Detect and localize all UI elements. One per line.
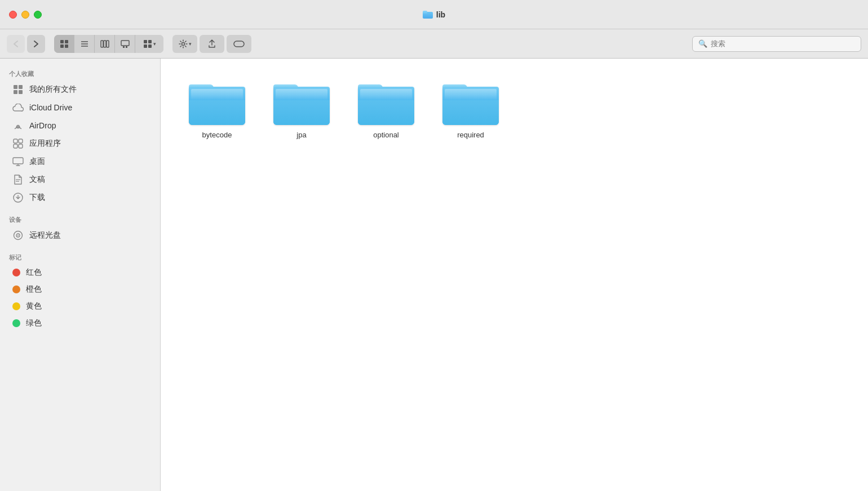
- all-files-label: 我的所有文件: [29, 84, 77, 95]
- svg-rect-25: [19, 139, 23, 143]
- window-title-text: lib: [436, 10, 445, 19]
- green-tag-dot: [12, 319, 20, 327]
- nav-buttons: [7, 35, 45, 53]
- folder-icon: [358, 80, 414, 125]
- sidebar-item-tag-yellow[interactable]: 黄色: [3, 298, 157, 315]
- downloads-label: 下载: [29, 193, 45, 203]
- folder-item-bytecode[interactable]: bytecode: [183, 75, 251, 144]
- svg-rect-12: [126, 46, 127, 48]
- sidebar-item-desktop[interactable]: 桌面: [3, 153, 157, 171]
- svg-rect-9: [107, 41, 109, 47]
- view-group-button[interactable]: [135, 35, 163, 53]
- gear-icon: [179, 39, 188, 48]
- sidebar-item-tag-red[interactable]: 红色: [3, 264, 157, 281]
- columns-view-icon: [100, 39, 109, 48]
- share-icon: [207, 39, 216, 48]
- tag-button[interactable]: [227, 35, 251, 53]
- search-input[interactable]: [711, 39, 855, 48]
- airdrop-icon: [12, 120, 24, 131]
- svg-rect-7: [101, 41, 103, 47]
- orange-tag-dot: [12, 285, 20, 293]
- devices-section-label: 设备: [0, 211, 160, 226]
- svg-rect-18: [234, 41, 244, 47]
- svg-rect-15: [144, 44, 147, 48]
- applications-label: 应用程序: [29, 139, 61, 149]
- sidebar-item-icloud[interactable]: iCloud Drive: [3, 99, 157, 117]
- yellow-tag-dot: [12, 302, 20, 310]
- view-columns-button[interactable]: [95, 35, 115, 53]
- list-view-icon: [80, 39, 89, 48]
- svg-rect-0: [60, 40, 64, 43]
- sidebar-item-tag-orange[interactable]: 橙色: [3, 281, 157, 298]
- group-view-icon: [143, 39, 152, 48]
- svg-rect-16: [148, 44, 152, 48]
- back-icon: [13, 40, 19, 48]
- svg-rect-27: [19, 144, 23, 148]
- gear-button[interactable]: [172, 35, 197, 53]
- svg-rect-28: [13, 158, 23, 164]
- sidebar-item-remote-disk[interactable]: 远程光盘: [3, 226, 157, 244]
- svg-rect-14: [148, 40, 152, 43]
- svg-point-17: [181, 42, 184, 45]
- icloud-label: iCloud Drive: [29, 103, 72, 112]
- documents-label: 文稿: [29, 175, 45, 185]
- folder-item-optional[interactable]: optional: [352, 75, 420, 144]
- folder-name: jpa: [296, 131, 306, 139]
- search-bar[interactable]: 🔍: [692, 36, 861, 52]
- view-icon-button[interactable]: [54, 35, 74, 53]
- back-button[interactable]: [7, 35, 25, 53]
- view-toggle-group: [54, 35, 163, 53]
- airdrop-label: AirDrop: [29, 121, 56, 130]
- sidebar-item-downloads[interactable]: 下载: [3, 189, 157, 207]
- folder-icon: [273, 80, 330, 125]
- svg-rect-3: [65, 44, 68, 48]
- desktop-icon: [12, 156, 24, 167]
- svg-rect-11: [123, 46, 125, 48]
- sidebar-item-applications[interactable]: 应用程序: [3, 135, 157, 153]
- remote-disk-label: 远程光盘: [29, 230, 61, 240]
- downloads-icon: [12, 192, 24, 203]
- icloud-icon: [12, 102, 24, 113]
- sidebar-item-all-files[interactable]: 我的所有文件: [3, 81, 157, 99]
- folder-name: required: [457, 131, 484, 139]
- view-cover-button[interactable]: [115, 35, 135, 53]
- red-tag-dot: [12, 269, 20, 276]
- sidebar-item-documents[interactable]: 文稿: [3, 171, 157, 189]
- forward-button[interactable]: [27, 35, 45, 53]
- yellow-tag-label: 黄色: [26, 301, 42, 311]
- folder-name: optional: [373, 131, 399, 139]
- main-layout: 个人收藏 我的所有文件 iCloud Drive: [0, 59, 868, 491]
- tags-section-label: 标记: [0, 249, 160, 264]
- remote-disk-icon: [12, 230, 24, 241]
- title-folder-icon: [423, 11, 433, 19]
- icon-view-icon: [60, 39, 69, 48]
- minimize-button[interactable]: [21, 11, 29, 19]
- close-button[interactable]: [9, 11, 17, 19]
- folder-item-jpa[interactable]: jpa: [268, 75, 335, 144]
- svg-rect-26: [14, 144, 17, 148]
- tag-icon: [233, 39, 245, 48]
- documents-icon: [12, 174, 24, 185]
- svg-rect-19: [14, 85, 17, 89]
- sidebar-item-tag-green[interactable]: 绿色: [3, 315, 157, 332]
- share-button[interactable]: [200, 35, 224, 53]
- view-list-button[interactable]: [74, 35, 95, 53]
- sidebar: 个人收藏 我的所有文件 iCloud Drive: [0, 59, 161, 491]
- cover-view-icon: [121, 39, 130, 48]
- sidebar-item-airdrop[interactable]: AirDrop: [3, 117, 157, 135]
- svg-rect-22: [19, 90, 23, 94]
- green-tag-label: 绿色: [26, 318, 42, 328]
- svg-rect-13: [144, 40, 147, 43]
- folder-item-required[interactable]: required: [437, 75, 504, 144]
- applications-icon: [12, 138, 24, 149]
- files-grid: bytecode jpa optional required: [183, 75, 845, 144]
- svg-rect-21: [14, 90, 17, 94]
- svg-rect-1: [65, 40, 68, 43]
- red-tag-label: 红色: [26, 267, 42, 278]
- svg-rect-8: [104, 41, 106, 47]
- favorites-section-label: 个人收藏: [0, 65, 160, 81]
- folder-name: bytecode: [202, 131, 232, 139]
- svg-rect-10: [121, 41, 129, 46]
- maximize-button[interactable]: [34, 11, 42, 19]
- titlebar: lib: [0, 0, 868, 29]
